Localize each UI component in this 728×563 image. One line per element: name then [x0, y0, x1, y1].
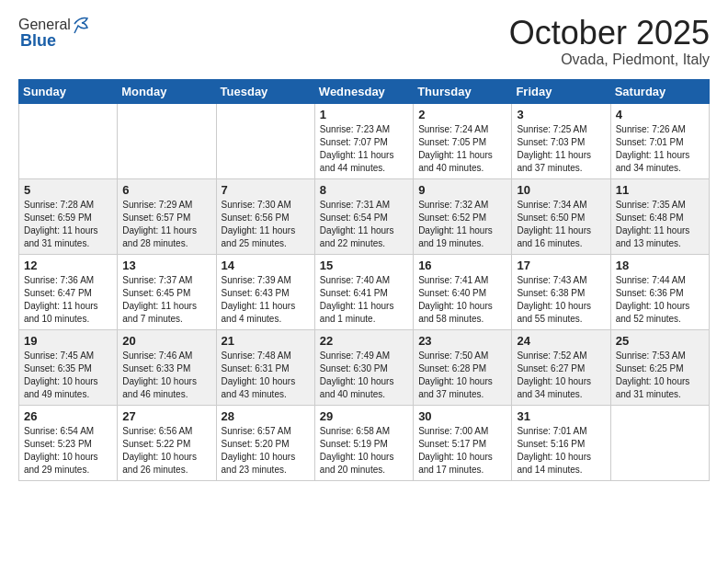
calendar-day-cell: 31Sunrise: 7:01 AM Sunset: 5:16 PM Dayli…: [512, 405, 610, 480]
calendar-day-cell: 28Sunrise: 6:57 AM Sunset: 5:20 PM Dayli…: [216, 405, 314, 480]
day-info: Sunrise: 7:50 AM Sunset: 6:28 PM Dayligh…: [418, 350, 506, 401]
calendar-day-cell: 16Sunrise: 7:41 AM Sunset: 6:40 PM Dayli…: [414, 254, 512, 329]
day-info: Sunrise: 7:39 AM Sunset: 6:43 PM Dayligh…: [222, 274, 310, 326]
day-number: 30: [418, 409, 506, 423]
day-number: 21: [222, 334, 310, 348]
calendar-week-row: 1Sunrise: 7:23 AM Sunset: 7:07 PM Daylig…: [19, 103, 710, 178]
day-number: 10: [517, 183, 605, 197]
day-number: 16: [418, 259, 506, 272]
day-info: Sunrise: 7:43 AM Sunset: 6:38 PM Dayligh…: [517, 274, 605, 326]
calendar-week-row: 12Sunrise: 7:36 AM Sunset: 6:47 PM Dayli…: [19, 254, 710, 329]
day-number: 6: [122, 183, 210, 197]
day-header-sunday: Sunday: [19, 79, 118, 103]
calendar-day-cell: [19, 103, 118, 178]
calendar-day-cell: 13Sunrise: 7:37 AM Sunset: 6:45 PM Dayli…: [118, 254, 216, 329]
day-info: Sunrise: 7:24 AM Sunset: 7:05 PM Dayligh…: [418, 123, 506, 175]
calendar-week-row: 26Sunrise: 6:54 AM Sunset: 5:23 PM Dayli…: [19, 405, 710, 480]
day-info: Sunrise: 7:49 AM Sunset: 6:30 PM Dayligh…: [320, 350, 408, 401]
calendar-day-cell: 1Sunrise: 7:23 AM Sunset: 7:07 PM Daylig…: [314, 103, 413, 178]
day-header-tuesday: Tuesday: [216, 79, 314, 103]
day-info: Sunrise: 7:37 AM Sunset: 6:45 PM Dayligh…: [122, 274, 210, 326]
day-header-friday: Friday: [512, 79, 610, 103]
calendar-day-cell: 14Sunrise: 7:39 AM Sunset: 6:43 PM Dayli…: [216, 254, 314, 329]
day-info: Sunrise: 7:28 AM Sunset: 6:59 PM Dayligh…: [24, 199, 112, 250]
day-info: Sunrise: 6:54 AM Sunset: 5:23 PM Dayligh…: [24, 425, 112, 477]
day-number: 8: [320, 183, 408, 197]
calendar-day-cell: 26Sunrise: 6:54 AM Sunset: 5:23 PM Dayli…: [19, 405, 118, 480]
calendar-day-cell: 22Sunrise: 7:49 AM Sunset: 6:30 PM Dayli…: [314, 329, 413, 405]
calendar-day-cell: 25Sunrise: 7:53 AM Sunset: 6:25 PM Dayli…: [610, 329, 709, 405]
calendar-day-cell: 27Sunrise: 6:56 AM Sunset: 5:22 PM Dayli…: [118, 405, 216, 480]
day-number: 1: [320, 108, 408, 121]
day-number: 19: [24, 334, 112, 348]
day-number: 3: [517, 108, 605, 121]
day-number: 25: [616, 334, 704, 348]
day-number: 22: [320, 334, 408, 348]
day-info: Sunrise: 7:26 AM Sunset: 7:01 PM Dayligh…: [616, 123, 704, 175]
day-number: 11: [616, 183, 704, 197]
day-number: 23: [418, 334, 506, 348]
day-info: Sunrise: 7:53 AM Sunset: 6:25 PM Dayligh…: [616, 350, 704, 401]
day-info: Sunrise: 7:29 AM Sunset: 6:57 PM Dayligh…: [122, 199, 210, 250]
day-info: Sunrise: 7:52 AM Sunset: 6:27 PM Dayligh…: [517, 350, 605, 401]
calendar-day-cell: 18Sunrise: 7:44 AM Sunset: 6:36 PM Dayli…: [610, 254, 709, 329]
day-number: 17: [517, 259, 605, 272]
day-info: Sunrise: 7:41 AM Sunset: 6:40 PM Dayligh…: [418, 274, 506, 326]
calendar-day-cell: [118, 103, 216, 178]
calendar-header-row: SundayMondayTuesdayWednesdayThursdayFrid…: [19, 79, 710, 103]
day-header-saturday: Saturday: [610, 79, 709, 103]
day-number: 26: [24, 409, 112, 423]
day-number: 31: [517, 409, 605, 423]
day-number: 18: [616, 259, 704, 272]
day-info: Sunrise: 7:46 AM Sunset: 6:33 PM Dayligh…: [122, 350, 210, 401]
day-info: Sunrise: 7:25 AM Sunset: 7:03 PM Dayligh…: [517, 123, 605, 175]
calendar-day-cell: 24Sunrise: 7:52 AM Sunset: 6:27 PM Dayli…: [512, 329, 610, 405]
calendar-day-cell: 12Sunrise: 7:36 AM Sunset: 6:47 PM Dayli…: [19, 254, 118, 329]
calendar-day-cell: 8Sunrise: 7:31 AM Sunset: 6:54 PM Daylig…: [314, 178, 413, 254]
day-number: 14: [222, 259, 310, 272]
calendar-day-cell: 19Sunrise: 7:45 AM Sunset: 6:35 PM Dayli…: [19, 329, 118, 405]
day-info: Sunrise: 6:56 AM Sunset: 5:22 PM Dayligh…: [122, 425, 210, 477]
calendar-day-cell: 23Sunrise: 7:50 AM Sunset: 6:28 PM Dayli…: [414, 329, 512, 405]
calendar-day-cell: 17Sunrise: 7:43 AM Sunset: 6:38 PM Dayli…: [512, 254, 610, 329]
day-header-thursday: Thursday: [414, 79, 512, 103]
day-info: Sunrise: 7:48 AM Sunset: 6:31 PM Dayligh…: [222, 350, 310, 401]
calendar-week-row: 5Sunrise: 7:28 AM Sunset: 6:59 PM Daylig…: [19, 178, 710, 254]
calendar-day-cell: 30Sunrise: 7:00 AM Sunset: 5:17 PM Dayli…: [414, 405, 512, 480]
day-info: Sunrise: 7:30 AM Sunset: 6:56 PM Dayligh…: [222, 199, 310, 250]
calendar-day-cell: 2Sunrise: 7:24 AM Sunset: 7:05 PM Daylig…: [414, 103, 512, 178]
day-number: 7: [222, 183, 310, 197]
day-number: 20: [122, 334, 210, 348]
day-number: 9: [418, 183, 506, 197]
calendar-day-cell: 9Sunrise: 7:32 AM Sunset: 6:52 PM Daylig…: [414, 178, 512, 254]
day-number: 29: [320, 409, 408, 423]
calendar-day-cell: 6Sunrise: 7:29 AM Sunset: 6:57 PM Daylig…: [118, 178, 216, 254]
logo-bird-icon: [73, 15, 89, 35]
calendar-day-cell: 15Sunrise: 7:40 AM Sunset: 6:41 PM Dayli…: [314, 254, 413, 329]
day-info: Sunrise: 7:36 AM Sunset: 6:47 PM Dayligh…: [24, 274, 112, 326]
day-info: Sunrise: 7:45 AM Sunset: 6:35 PM Dayligh…: [24, 350, 112, 401]
day-header-monday: Monday: [118, 79, 216, 103]
day-number: 12: [24, 259, 112, 272]
day-number: 27: [122, 409, 210, 423]
calendar-day-cell: 10Sunrise: 7:34 AM Sunset: 6:50 PM Dayli…: [512, 178, 610, 254]
calendar-day-cell: 29Sunrise: 6:58 AM Sunset: 5:19 PM Dayli…: [314, 405, 413, 480]
day-info: Sunrise: 7:34 AM Sunset: 6:50 PM Dayligh…: [517, 199, 605, 250]
location-subtitle: Ovada, Piedmont, Italy: [509, 52, 710, 68]
day-info: Sunrise: 6:58 AM Sunset: 5:19 PM Dayligh…: [320, 425, 408, 477]
day-number: 4: [616, 108, 704, 121]
header: General Blue October 2025 Ovada, Piedmon…: [18, 15, 710, 68]
day-number: 5: [24, 183, 112, 197]
day-info: Sunrise: 7:44 AM Sunset: 6:36 PM Dayligh…: [616, 274, 704, 326]
day-info: Sunrise: 7:32 AM Sunset: 6:52 PM Dayligh…: [418, 199, 506, 250]
calendar-day-cell: [610, 405, 709, 480]
calendar-day-cell: [216, 103, 314, 178]
day-number: 13: [122, 259, 210, 272]
day-info: Sunrise: 6:57 AM Sunset: 5:20 PM Dayligh…: [222, 425, 310, 477]
day-number: 28: [222, 409, 310, 423]
calendar-day-cell: 4Sunrise: 7:26 AM Sunset: 7:01 PM Daylig…: [610, 103, 709, 178]
day-number: 15: [320, 259, 408, 272]
page: General Blue October 2025 Ovada, Piedmon…: [0, 0, 728, 496]
day-header-wednesday: Wednesday: [314, 79, 413, 103]
calendar-table: SundayMondayTuesdayWednesdayThursdayFrid…: [18, 79, 710, 481]
